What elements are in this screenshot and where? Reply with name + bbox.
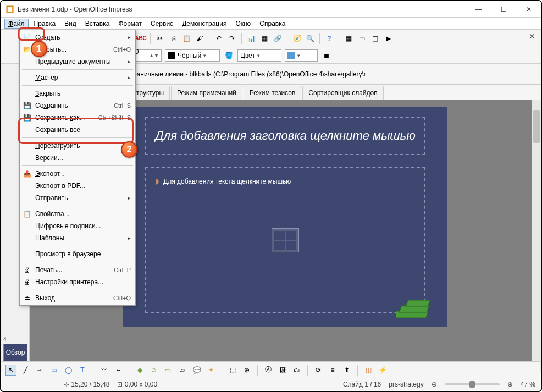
svg-rect-1 (8, 7, 12, 12)
svg-rect-4 (406, 300, 430, 307)
tab-sorter[interactable]: Сортировщик слайдов (302, 86, 383, 100)
presentation-icon[interactable]: ▶ (383, 33, 394, 44)
menu-edit[interactable]: Правка (30, 19, 60, 29)
menu-view[interactable]: Вид (60, 19, 80, 29)
callout-icon[interactable]: 💬 (191, 365, 202, 376)
menu-browser[interactable]: Просмотр в браузере (20, 248, 135, 260)
content-type-icons[interactable] (272, 228, 299, 252)
stars-icon[interactable]: ✦ (206, 365, 217, 376)
menu-saveall[interactable]: Сохранить все (20, 124, 135, 136)
statusbar: ⊹ 15,20 / 15,48 ⊡ 0,00 x 0,00 Слайд 1 / … (2, 378, 540, 390)
menu-print[interactable]: 🖨Печать...Ctrl+P (20, 264, 135, 276)
slide-clipart (396, 295, 440, 322)
paste-icon[interactable]: 📋 (181, 33, 192, 44)
menu-slideshow[interactable]: Демонстрация (178, 19, 230, 29)
menu-format[interactable]: Формат (114, 19, 146, 29)
doc-close-icon[interactable]: ✕ (529, 32, 535, 41)
gallery-path: Граничные линии - blkballs (C:\Program F… (130, 70, 537, 78)
menu-props[interactable]: 📋Свойства... (20, 208, 135, 220)
basic-shapes-icon[interactable]: ◆ (134, 365, 145, 376)
menu-insert[interactable]: Вставка (81, 19, 114, 29)
menu-close[interactable]: Закрыть (20, 87, 135, 100)
connector-icon[interactable]: ⤷ (113, 365, 124, 376)
drawing-toolbar: ↖ ╱ → ▭ ◯ T 〰 ⤷ ◆ ☺ ⇨ ▱ 💬 ✦ ⬚ ⊕ Ⓐ 🖼 🗂 ⟳ … (2, 361, 540, 378)
menu-exit[interactable]: ⏏ВыходCtrl+Q (20, 292, 135, 304)
file-menu-dropdown: 📄Создать▸ 📂Открыть...Ctrl+O Предыдущие д… (19, 30, 136, 306)
autospell-icon[interactable]: ABC (135, 33, 146, 44)
menu-wizard[interactable]: Мастер▸ (20, 71, 135, 84)
cut-icon[interactable]: ✂ (154, 33, 165, 44)
menu-window[interactable]: Окно (231, 19, 255, 29)
rotate-icon[interactable]: ⟳ (313, 365, 324, 376)
annotation-badge-1: 1 (31, 41, 47, 57)
menu-printersettings[interactable]: 🖨Настройки принтера... (20, 276, 135, 288)
fill-bucket-icon[interactable]: 🪣 (223, 50, 234, 61)
text-icon[interactable]: T (77, 365, 88, 376)
pointer-icon[interactable]: ↖ (5, 365, 16, 376)
copy-icon[interactable]: ⎘ (168, 33, 179, 44)
zoom-value[interactable]: 47 % (521, 380, 535, 388)
shadow-icon[interactable]: ◼ (321, 50, 332, 61)
status-object-size: ⊡ 0,00 x 0,00 (117, 380, 157, 388)
menu-save[interactable]: 💾СохранитьCtrl+S (20, 100, 135, 112)
menu-file[interactable]: Файл (4, 19, 29, 29)
slide-thumb-4[interactable]: 4 Обзор (3, 336, 27, 361)
table-icon[interactable]: ▦ (259, 33, 270, 44)
chart-icon[interactable]: 📊 (246, 33, 257, 44)
fontwork-icon[interactable]: Ⓐ (263, 365, 274, 376)
brush-icon[interactable]: 🖌 (194, 33, 205, 44)
arrange-icon[interactable]: ⬆ (341, 365, 352, 376)
align-icon[interactable]: ≡ (327, 365, 338, 376)
zoom-slider[interactable] (445, 383, 500, 385)
help-icon[interactable]: ? (324, 33, 335, 44)
zoom-in-icon[interactable]: ⊕ (507, 380, 513, 388)
vertical-scrollbar[interactable] (532, 100, 541, 372)
slide-body-placeholder[interactable]: ◗Для добавления текста щелкните мышью (145, 167, 425, 313)
menu-exportpdf[interactable]: Экспорт в PDF... (20, 180, 135, 192)
rect-icon[interactable]: ▭ (48, 365, 59, 376)
menu-help[interactable]: Справка (256, 19, 289, 29)
layout-icon[interactable]: ◫ (369, 33, 380, 44)
curve-icon[interactable]: 〰 (98, 365, 109, 376)
undo-icon[interactable]: ↶ (213, 33, 224, 44)
line-color-dropdown[interactable]: Чёрный▾ (165, 49, 220, 62)
maximize-button[interactable]: ☐ (496, 3, 511, 15)
interaction-icon[interactable]: ⚡ (377, 365, 388, 376)
menu-templates[interactable]: Шаблоны▸ (20, 232, 135, 244)
glue-icon[interactable]: ⊕ (241, 365, 252, 376)
gallery-icon[interactable]: 🗂 (291, 365, 302, 376)
symbol-shapes-icon[interactable]: ☺ (148, 365, 159, 376)
menu-digsig[interactable]: Цифровые подписи... (20, 220, 135, 232)
grid-icon[interactable]: ▦ (343, 33, 354, 44)
from-file-icon[interactable]: 🖼 (277, 365, 288, 376)
menu-recent[interactable]: Предыдущие документы▸ (20, 56, 135, 68)
menu-send[interactable]: Отправить▸ (20, 192, 135, 204)
extrusion-icon[interactable]: ◫ (363, 365, 374, 376)
slide-icon[interactable]: ▭ (356, 33, 367, 44)
zoom-icon[interactable]: 🔍 (305, 33, 316, 44)
menu-versions[interactable]: Версии... (20, 152, 135, 164)
flowchart-icon[interactable]: ▱ (177, 365, 188, 376)
annotation-badge-2: 2 (121, 141, 137, 158)
hyperlink-icon[interactable]: 🔗 (272, 33, 283, 44)
zoom-out-icon[interactable]: ⊖ (432, 380, 437, 388)
menu-reload[interactable]: Перезагрузить (20, 140, 135, 152)
navigator-icon[interactable]: 🧭 (291, 33, 302, 44)
menu-export[interactable]: 📤Экспорт... (20, 168, 135, 180)
arrow-icon[interactable]: → (34, 365, 45, 376)
points-icon[interactable]: ⬚ (227, 365, 238, 376)
tab-notes[interactable]: Режим примечаний (171, 86, 242, 100)
tab-handout[interactable]: Режим тезисов (244, 86, 302, 100)
minimize-button[interactable]: — (471, 3, 486, 15)
slide[interactable]: Для добавления заголовка щелкните мышью … (123, 107, 447, 327)
close-button[interactable]: ✕ (521, 3, 537, 15)
ellipse-icon[interactable]: ◯ (63, 365, 74, 376)
fill-color-dropdown[interactable]: ▾ (285, 49, 318, 62)
slide-title-placeholder[interactable]: Для добавления заголовка щелкните мышью (145, 117, 425, 155)
fill-type-dropdown[interactable]: Цвет▾ (237, 49, 281, 62)
menu-tools[interactable]: Сервис (147, 19, 177, 29)
redo-icon[interactable]: ↷ (226, 33, 237, 44)
block-arrows-icon[interactable]: ⇨ (163, 365, 174, 376)
menu-saveas[interactable]: 💾Сохранить как...Ctrl+Shift+S (20, 112, 135, 124)
line-icon[interactable]: ╱ (20, 365, 31, 376)
